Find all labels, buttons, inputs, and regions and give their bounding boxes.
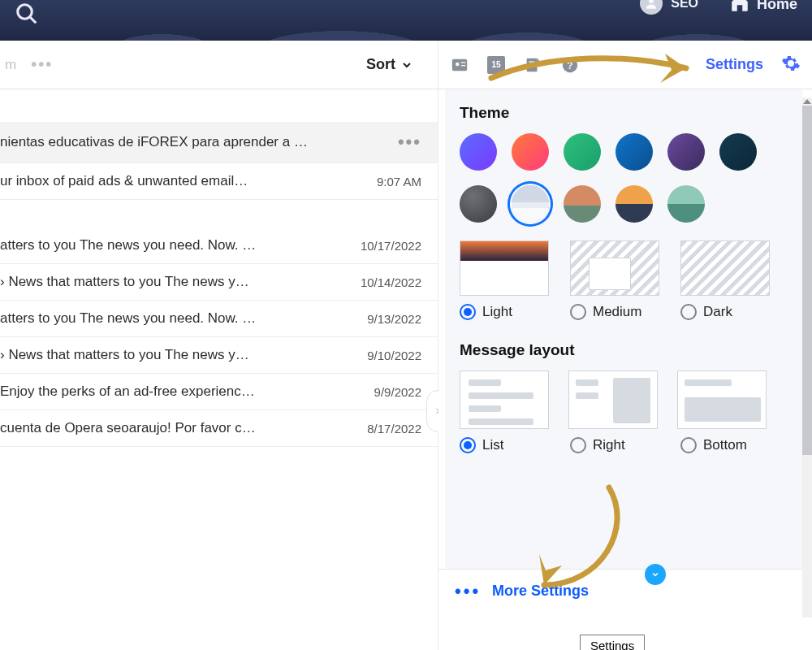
svg-line-1 bbox=[30, 17, 37, 24]
layout-radio-group: List Right Bottom bbox=[460, 437, 788, 453]
radio-label: Medium bbox=[593, 304, 641, 320]
chevron-down-icon bbox=[400, 58, 413, 72]
theme-swatch[interactable] bbox=[512, 133, 549, 171]
density-radio-medium[interactable]: Medium bbox=[570, 304, 659, 320]
density-preview-light[interactable] bbox=[460, 240, 549, 296]
theme-swatch[interactable] bbox=[460, 185, 497, 223]
contacts-icon[interactable] bbox=[450, 55, 469, 75]
theme-swatch[interactable] bbox=[667, 185, 705, 223]
radio-icon bbox=[680, 304, 697, 320]
more-icon[interactable]: ••• bbox=[31, 55, 53, 74]
radio-icon bbox=[570, 304, 586, 320]
mail-subject: › News that matters to you The news y… bbox=[0, 274, 249, 290]
radio-icon bbox=[680, 437, 697, 453]
radio-icon bbox=[570, 437, 586, 453]
scrollbar[interactable] bbox=[802, 98, 812, 618]
user-chip[interactable]: SEO bbox=[640, 0, 698, 15]
sort-label: Sort bbox=[366, 56, 395, 73]
theme-swatch[interactable] bbox=[460, 133, 497, 171]
mail-subject: atters to you The news you need. Now. … bbox=[0, 237, 256, 254]
theme-swatch[interactable] bbox=[719, 133, 757, 171]
density-radio-dark[interactable]: Dark bbox=[680, 304, 770, 320]
settings-panel: Theme Light bbox=[438, 89, 812, 650]
mail-timestamp: 9:07 AM bbox=[377, 175, 421, 188]
search-icon[interactable] bbox=[8, 0, 45, 32]
svg-rect-5 bbox=[461, 62, 466, 63]
theme-swatch[interactable] bbox=[564, 133, 601, 171]
theme-heading: Theme bbox=[460, 104, 788, 122]
svg-rect-6 bbox=[461, 65, 466, 66]
mail-subject: › News that matters to you The news y… bbox=[0, 347, 249, 363]
mail-row[interactable]: nientas educativas de iFOREX para aprend… bbox=[0, 122, 438, 163]
density-radio-group: Light Medium Dark bbox=[460, 304, 788, 320]
truncated-label: m bbox=[0, 57, 16, 73]
home-icon bbox=[729, 0, 750, 16]
settings-link[interactable]: Settings bbox=[706, 56, 763, 73]
mail-subject: ur inbox of paid ads & unwanted email… bbox=[0, 173, 248, 189]
notepad-icon[interactable] bbox=[523, 55, 542, 75]
help-icon[interactable]: ? bbox=[560, 55, 580, 75]
density-preview-medium[interactable] bbox=[570, 240, 659, 296]
layout-radio-right[interactable]: Right bbox=[570, 437, 659, 453]
app-header: SEO Home bbox=[0, 0, 812, 41]
more-icon: ••• bbox=[455, 581, 481, 602]
theme-swatch-selected[interactable] bbox=[512, 185, 549, 223]
svg-point-4 bbox=[456, 62, 460, 66]
mail-subject: Enjoy the perks of an ad-free experienc… bbox=[0, 384, 255, 400]
mail-row[interactable]: › News that matters to you The news y…9/… bbox=[0, 337, 438, 374]
mail-row[interactable]: atters to you The news you need. Now. …9… bbox=[0, 301, 438, 337]
mail-subject: atters to you The news you need. Now. … bbox=[0, 310, 256, 327]
density-radio-light[interactable]: Light bbox=[460, 304, 549, 320]
mail-row[interactable]: atters to you The news you need. Now. …1… bbox=[0, 228, 438, 264]
mail-subject: cuenta de Opera seoaraujo! Por favor c… bbox=[0, 420, 256, 436]
svg-rect-9 bbox=[529, 64, 534, 65]
home-label: Home bbox=[757, 0, 797, 13]
density-preview-dark[interactable] bbox=[680, 240, 770, 296]
theme-swatch[interactable] bbox=[667, 133, 705, 171]
theme-swatch-row bbox=[460, 133, 788, 171]
layout-previews bbox=[460, 370, 788, 429]
svg-point-0 bbox=[18, 5, 32, 20]
radio-label: Light bbox=[482, 304, 512, 320]
mail-timestamp: 8/17/2022 bbox=[367, 422, 421, 436]
mail-row[interactable]: cuenta de Opera seoaraujo! Por favor c…8… bbox=[0, 410, 438, 447]
user-name: SEO bbox=[671, 0, 698, 11]
layout-preview-right[interactable] bbox=[568, 370, 658, 429]
layout-radio-list[interactable]: List bbox=[460, 437, 549, 453]
svg-text:?: ? bbox=[567, 59, 572, 71]
mail-row[interactable]: › News that matters to you The news y…10… bbox=[0, 264, 438, 301]
more-settings-button[interactable]: ••• More Settings bbox=[438, 569, 812, 613]
theme-swatch[interactable] bbox=[615, 133, 653, 171]
svg-point-2 bbox=[649, 0, 654, 3]
tooltip: Settings bbox=[580, 635, 645, 650]
mail-timestamp: 9/13/2022 bbox=[367, 312, 421, 326]
radio-icon bbox=[460, 437, 476, 453]
mail-row[interactable]: Enjoy the perks of an ad-free experienc…… bbox=[0, 374, 438, 410]
layout-preview-bottom[interactable] bbox=[677, 370, 767, 429]
layout-heading: Message layout bbox=[460, 341, 788, 359]
radio-label: Bottom bbox=[703, 437, 747, 453]
svg-rect-8 bbox=[529, 61, 534, 62]
radio-label: Dark bbox=[703, 304, 732, 320]
theme-swatch-row bbox=[460, 185, 788, 223]
mail-timestamp: 10/17/2022 bbox=[361, 239, 421, 253]
row-more-icon[interactable]: ••• bbox=[398, 132, 421, 153]
theme-swatch[interactable] bbox=[615, 185, 653, 223]
layout-radio-bottom[interactable]: Bottom bbox=[680, 437, 770, 453]
mail-subject: nientas educativas de iFOREX para aprend… bbox=[0, 134, 309, 150]
mail-timestamp: 9/10/2022 bbox=[367, 349, 421, 362]
calendar-icon[interactable]: 15 bbox=[487, 56, 505, 74]
gear-icon[interactable] bbox=[781, 54, 801, 76]
avatar-icon bbox=[640, 0, 663, 15]
layout-preview-list[interactable] bbox=[460, 370, 549, 429]
expand-down-button[interactable] bbox=[645, 564, 666, 585]
mail-timestamp: 10/14/2022 bbox=[361, 275, 421, 289]
radio-label: List bbox=[482, 437, 503, 453]
message-list: nientas educativas de iFOREX para aprend… bbox=[0, 89, 438, 650]
sort-button[interactable]: Sort bbox=[366, 56, 413, 73]
theme-swatch[interactable] bbox=[564, 185, 601, 223]
mail-row[interactable]: ur inbox of paid ads & unwanted email…9:… bbox=[0, 163, 438, 200]
density-previews bbox=[460, 240, 788, 296]
radio-icon bbox=[460, 304, 476, 320]
home-link[interactable]: Home bbox=[729, 0, 797, 16]
